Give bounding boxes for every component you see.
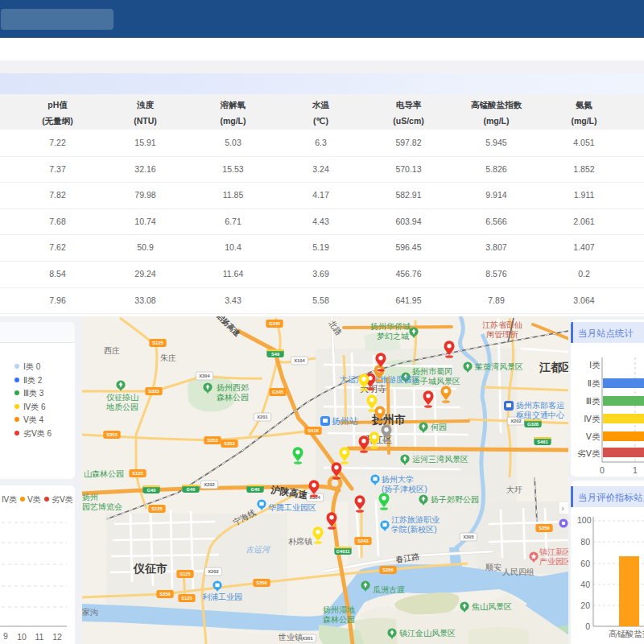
svg-text:G345: G345 — [272, 390, 284, 394]
svg-text:劣Ⅴ类: 劣Ⅴ类 — [52, 495, 73, 504]
svg-text:Ⅴ类: Ⅴ类 — [27, 495, 41, 504]
svg-text:X301: X301 — [302, 636, 313, 641]
svg-text:镇江金山风景区: 镇江金山风景区 — [399, 629, 456, 638]
svg-text:学院(新校区): 学院(新校区) — [391, 525, 437, 534]
svg-text:世业镇: 世业镇 — [278, 633, 303, 642]
svg-text:扬州大学: 扬州大学 — [382, 475, 414, 484]
svg-text:森林公园: 森林公园 — [217, 393, 249, 402]
svg-text:S461: S461 — [537, 440, 548, 444]
svg-text:瓜洲古渡: 瓜洲古渡 — [373, 585, 405, 594]
svg-text:S353: S353 — [106, 432, 117, 437]
svg-text:Ⅳ类: Ⅳ类 — [584, 414, 601, 423]
svg-text:焦山风景区: 焦山风景区 — [472, 602, 512, 611]
svg-text:G4011: G4011 — [336, 549, 351, 554]
svg-text:40: 40 — [580, 580, 590, 589]
svg-text:X202: X202 — [510, 419, 521, 423]
svg-text:X202: X202 — [204, 482, 214, 487]
svg-text:华腾工业园区: 华腾工业园区 — [268, 503, 316, 512]
svg-text:G40: G40 — [187, 487, 196, 492]
svg-text:大圩: 大圩 — [506, 485, 522, 494]
svg-text:利浦工业园: 利浦工业园 — [202, 592, 242, 601]
svg-text:茱萸湾风景区: 茱萸湾风景区 — [474, 362, 523, 371]
svg-text:12: 12 — [52, 632, 62, 642]
svg-text:Ⅰ类: Ⅰ类 — [589, 360, 601, 369]
svg-text:仪征捺山: 仪征捺山 — [106, 393, 138, 402]
svg-text:G40: G40 — [251, 487, 260, 492]
svg-text:S243: S243 — [357, 539, 368, 543]
svg-text:朱庄: 朱庄 — [160, 353, 176, 362]
svg-text:S418: S418 — [308, 428, 319, 433]
svg-text:扬州华侨城: 扬州华侨城 — [370, 322, 411, 331]
svg-text:高锰酸盐指数: 高锰酸盐指数 — [609, 629, 644, 638]
svg-text:Ⅴ类: Ⅴ类 — [586, 431, 601, 441]
svg-text:S356: S356 — [256, 580, 266, 585]
svg-text:S125: S125 — [181, 596, 192, 601]
svg-text:G328: G328 — [527, 422, 539, 427]
svg-text:劣Ⅴ类: 劣Ⅴ类 — [577, 448, 601, 458]
svg-text:江苏省邵仙: 江苏省邵仙 — [482, 320, 522, 329]
svg-text:园艺博览会: 园艺博览会 — [82, 502, 122, 511]
svg-text:80: 80 — [580, 537, 590, 547]
svg-text:西庄: 西庄 — [104, 346, 120, 355]
svg-text:闸管理所: 闸管理所 — [486, 330, 518, 339]
svg-text:江苏旅游职业: 江苏旅游职业 — [391, 515, 440, 524]
svg-text:S333: S333 — [148, 389, 159, 394]
svg-text:顺安: 顺安 — [485, 563, 502, 572]
svg-text:梦幻之城: 梦幻之城 — [377, 332, 409, 341]
svg-text:X304: X304 — [199, 374, 210, 378]
svg-text:枢纽交通中心: 枢纽交通中心 — [516, 411, 565, 419]
svg-text:S49: S49 — [271, 352, 279, 357]
svg-text:扬州西郊: 扬州西郊 — [217, 383, 249, 392]
svg-text:S125: S125 — [151, 506, 163, 511]
svg-text:S125: S125 — [132, 471, 143, 476]
svg-text:100: 100 — [577, 515, 592, 525]
svg-text:S356: S356 — [382, 568, 393, 572]
svg-text:G345: G345 — [269, 321, 281, 326]
svg-text:仪征市: 仪征市 — [133, 562, 167, 575]
svg-text:X201: X201 — [257, 415, 268, 419]
svg-text:0: 0 — [585, 621, 590, 631]
svg-text:扬州: 扬州 — [82, 493, 98, 502]
svg-text:朴席镇: 朴席镇 — [288, 537, 312, 546]
svg-text:S356: S356 — [159, 592, 170, 597]
svg-text:Ⅳ类: Ⅳ类 — [2, 495, 17, 504]
svg-text:镇江新区: 镇江新区 — [539, 547, 568, 556]
svg-text:Ⅱ类: Ⅱ类 — [588, 378, 601, 388]
svg-text:扬子郊野公园: 扬子郊野公园 — [431, 495, 479, 504]
svg-text:20: 20 — [580, 601, 590, 610]
svg-text:10: 10 — [17, 632, 27, 642]
svg-text:60: 60 — [580, 559, 590, 568]
svg-text:运河三湾风景区: 运河三湾风景区 — [412, 455, 469, 464]
svg-text:人民四组: 人民四组 — [502, 568, 535, 576]
svg-text:11: 11 — [35, 632, 44, 642]
svg-text:森林公园: 森林公园 — [323, 615, 355, 624]
svg-text:S356: S356 — [539, 526, 549, 530]
svg-text:1: 1 — [633, 465, 638, 475]
svg-text:9: 9 — [3, 631, 8, 641]
svg-text:›: › — [562, 504, 564, 513]
svg-text:何园: 何园 — [431, 423, 447, 431]
svg-text:产业园区: 产业园区 — [539, 557, 568, 566]
svg-text:0: 0 — [600, 465, 605, 475]
svg-text:X104: X104 — [294, 358, 305, 363]
svg-text:古运河: 古运河 — [246, 545, 271, 554]
svg-text:扬州站: 扬州站 — [331, 416, 358, 426]
svg-text:S125: S125 — [180, 572, 191, 576]
svg-text:S353: S353 — [224, 441, 234, 446]
svg-text:地质公园: 地质公园 — [105, 402, 138, 411]
svg-text:S125: S125 — [152, 341, 163, 345]
svg-text:扬州湿地: 扬州湿地 — [323, 605, 355, 614]
svg-text:山森林公园: 山森林公园 — [84, 469, 124, 478]
svg-text:G40: G40 — [147, 488, 156, 493]
svg-text:X305: X305 — [463, 535, 474, 539]
svg-text:S353: S353 — [207, 438, 217, 443]
svg-text:X202: X202 — [208, 569, 218, 574]
svg-text:(扬子津校区): (扬子津校区) — [382, 485, 427, 493]
svg-text:扬州东部客运: 扬州东部客运 — [516, 401, 564, 410]
svg-text:江都区: 江都区 — [539, 361, 568, 374]
svg-text:Ⅲ类: Ⅲ类 — [586, 396, 601, 406]
svg-text:家沟: 家沟 — [82, 608, 98, 617]
